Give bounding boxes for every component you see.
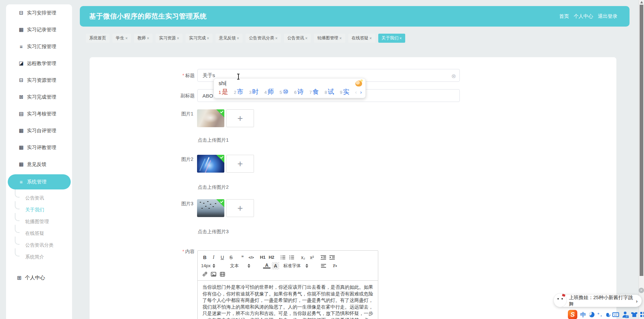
skin-icon[interactable] [631, 312, 637, 317]
sidebar-item-internship-assessment[interactable]: ▤实习考核管理 [6, 105, 72, 122]
image3-upload-button[interactable]: + [226, 199, 254, 217]
tab-online-qa[interactable]: 在线答疑× [348, 34, 375, 43]
nav-home-link[interactable]: 首页 [559, 13, 569, 20]
tab-system-home[interactable]: 系统首页 [86, 34, 109, 43]
microphone-icon[interactable] [606, 312, 609, 318]
subscript-icon[interactable]: x₂ [299, 254, 307, 261]
tab-about-us[interactable]: 关于我们× [378, 34, 405, 43]
italic-icon[interactable]: I [210, 254, 217, 261]
blockquote-icon[interactable]: ” [239, 254, 246, 261]
chevron-right-icon[interactable]: › [636, 298, 638, 304]
image2-thumbnail[interactable] [197, 155, 224, 173]
image-icon[interactable] [210, 271, 217, 278]
nav-logout-link[interactable]: 退出登录 [598, 13, 617, 20]
scroll-up-arrow-icon[interactable] [640, 1, 643, 3]
sidebar-item-label: 意见反馈 [27, 161, 46, 168]
clear-icon[interactable]: ⊗ [451, 73, 456, 80]
chinese-mode-icon[interactable]: 中 [580, 311, 586, 319]
ime-promo-bubble[interactable]: 上班撸娃：25种小新酱打字跳舞 › [554, 295, 642, 307]
tab-internship-resources[interactable]: 实习资源× [156, 34, 183, 43]
close-icon[interactable]: × [147, 36, 149, 41]
bullet-list-icon[interactable] [288, 254, 295, 261]
tab-carousel-management[interactable]: 轮播图管理× [314, 34, 345, 43]
close-icon[interactable]: × [369, 36, 372, 41]
ordered-list-icon[interactable] [279, 254, 287, 261]
sidebar-subitem-label: 系统简介 [25, 254, 44, 260]
ime-candidate[interactable]: 3时 [249, 87, 258, 96]
punctuation-icon[interactable]: °， [598, 312, 603, 318]
paragraph-style-select[interactable]: 文本 [230, 263, 259, 269]
sidebar-item-internship-teaching-evaluation[interactable]: ▦实习评教管理 [6, 139, 72, 156]
nav-personal-center-link[interactable]: 个人中心 [574, 13, 593, 20]
sidebar-item-system-management[interactable]: ≡ 系统管理 [8, 174, 71, 189]
link-icon[interactable] [201, 271, 208, 278]
ime-candidate[interactable]: 4师 [264, 87, 274, 96]
sidebar-item-internship-records[interactable]: ▦实习记录管理 [6, 21, 72, 38]
close-icon[interactable]: × [305, 36, 308, 41]
ime-candidate[interactable]: 1是 [219, 87, 228, 96]
close-icon[interactable]: × [340, 36, 342, 41]
tab-feedback[interactable]: 意见反馈× [216, 34, 243, 43]
highlight-color-icon[interactable]: A [272, 262, 279, 270]
ime-candidate[interactable]: 2市 [234, 87, 243, 96]
heading2-icon[interactable]: H2 [268, 254, 275, 261]
align-icon[interactable] [320, 262, 327, 270]
close-icon[interactable]: × [399, 36, 402, 41]
sidebar-item-label: 实习评教管理 [27, 144, 56, 151]
sidebar-item-personal-center[interactable]: ⊞ 个人中心 [6, 271, 72, 284]
sidebar-item-internship-resources[interactable]: ⊟实习资源管理 [6, 72, 72, 88]
bold-icon[interactable]: B [201, 254, 208, 261]
close-icon[interactable]: × [125, 36, 128, 41]
image2-upload-button[interactable]: + [226, 155, 254, 173]
font-size-select[interactable]: 14px [201, 263, 226, 268]
indent-icon[interactable] [328, 254, 336, 261]
ime-candidate[interactable]: 6诗 [294, 87, 303, 96]
image1-upload-button[interactable]: + [226, 109, 254, 127]
clear-format-icon[interactable]: Tx [331, 262, 339, 270]
ime-candidate[interactable]: 7食 [309, 87, 319, 96]
font-family-select[interactable]: 标准字体 [283, 263, 316, 269]
scrollbar-thumb[interactable] [640, 5, 643, 276]
account-icon[interactable]: 17 [622, 312, 628, 318]
tab-internship-completion[interactable]: 实习完成× [186, 34, 213, 43]
vertical-scrollbar[interactable] [639, 0, 644, 319]
outdent-icon[interactable] [320, 254, 327, 261]
ime-candidate[interactable]: 9实 [340, 87, 349, 96]
fullwidth-moon-icon[interactable] [589, 312, 594, 317]
close-icon[interactable]: × [207, 36, 209, 41]
sidebar-subitem-system-intro[interactable]: 系统简介 [6, 251, 72, 263]
close-icon[interactable]: × [177, 36, 179, 41]
ime-candidate[interactable]: 8试 [325, 87, 334, 96]
text-color-icon[interactable]: A [263, 263, 270, 269]
sidebar-item-internship-reports[interactable]: ≡实习汇报管理 [6, 38, 72, 55]
tab-announcements[interactable]: 公告资讯× [284, 34, 311, 43]
image3-thumbnail[interactable] [197, 199, 224, 217]
tab-teachers[interactable]: 教师× [134, 34, 153, 43]
sidebar-item-internship-arrangement[interactable]: ⊟实习安排管理 [6, 4, 72, 21]
underline-icon[interactable]: U [219, 254, 226, 261]
sidebar-item-feedback[interactable]: ▦意见反馈 [6, 156, 72, 173]
ime-mascot-icon[interactable] [355, 80, 362, 86]
image3-upload-hint: 点击上传图片3 [198, 229, 229, 235]
toolbox-grid-icon[interactable] [640, 312, 644, 317]
close-icon[interactable]: × [275, 36, 278, 41]
keyboard-icon[interactable] [612, 312, 619, 317]
heading1-icon[interactable]: H1 [259, 254, 266, 261]
strikethrough-icon[interactable]: S [227, 254, 235, 261]
sogou-logo-icon[interactable]: S [568, 310, 577, 319]
video-icon[interactable] [219, 271, 226, 278]
image1-thumbnail[interactable] [197, 109, 224, 127]
ime-next-page-icon[interactable]: › [360, 89, 362, 95]
tip-close-button[interactable]: × [639, 288, 644, 293]
editor-content[interactable]: 当你设想门外是寒冷可怕的世界时，你还应该开门出去看看，是否真的如此。如果你有信心… [198, 281, 378, 319]
tab-announcement-categories[interactable]: 公告资讯分类× [246, 34, 281, 43]
ime-candidate[interactable]: 5⑩ [280, 88, 288, 96]
sidebar-item-internship-completion[interactable]: ⊠实习完成管理 [6, 88, 72, 105]
sidebar-item-remote-teaching[interactable]: ◪远程教学管理 [6, 55, 72, 72]
tab-students[interactable]: 学生× [112, 34, 131, 43]
sidebar-item-internship-self-evaluation[interactable]: ▦实习自评管理 [6, 122, 72, 139]
code-icon[interactable]: </> [248, 254, 255, 261]
ime-prev-page-icon[interactable]: ‹ [355, 89, 357, 95]
close-icon[interactable]: × [237, 36, 239, 41]
superscript-icon[interactable]: x² [308, 254, 316, 261]
